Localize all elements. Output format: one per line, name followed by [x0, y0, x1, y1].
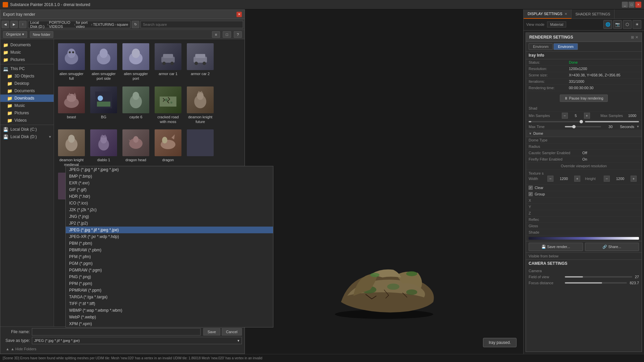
minimize-button[interactable]: _	[622, 2, 628, 8]
dropdown-item-png[interactable]: PNG (*.png)	[66, 274, 273, 280]
dropdown-item-exr[interactable]: EXR (*.exr)	[66, 180, 273, 186]
dropdown-item-jp2[interactable]: JP2 (*.jp2)	[66, 220, 273, 227]
height-increase[interactable]: +	[631, 176, 637, 182]
renderer-icon-btn-1[interactable]: ⊞	[631, 35, 634, 40]
up-button[interactable]: ↑	[19, 21, 26, 28]
dome-section-header[interactable]: ▼ Dome	[526, 130, 642, 137]
file-item-armor-car-1[interactable]: armor car 1	[153, 42, 183, 82]
sidebar-item-3dobjects[interactable]: 📁 3D Objects	[0, 72, 54, 80]
tab-close-icon[interactable]: ✕	[565, 12, 567, 16]
sidebar-item-videos[interactable]: 📁 Videos	[0, 117, 54, 124]
dropdown-item-tiff[interactable]: TIFF (*.tif *.tiff)	[66, 300, 273, 307]
dropdown-item-jng[interactable]: JNG (*.jng)	[66, 213, 273, 220]
renderer-tab-environment-2[interactable]: Environm	[553, 43, 578, 50]
sidebar-item-local-d[interactable]: 💾 Local Disk (D:) ▾	[0, 133, 54, 140]
search-input[interactable]	[141, 21, 243, 28]
save-button[interactable]: Save	[203, 328, 220, 336]
cancel-button[interactable]: Cancel	[222, 328, 242, 336]
renderer-tab-environment-1[interactable]: Environm	[529, 43, 553, 50]
close-window-button[interactable]: ✕	[635, 2, 641, 8]
file-item-cracked-road[interactable]: cracked road with moss	[153, 85, 183, 126]
file-item-alien-port-side[interactable]: alien smuggler port side	[89, 42, 118, 82]
file-item-beast[interactable]: beast	[57, 85, 86, 126]
share-button[interactable]: 🔗 Share...	[585, 243, 639, 251]
dropdown-item-ico[interactable]: ICO (*.ico)	[66, 200, 273, 206]
save-render-button[interactable]: 💾 Save render...	[529, 243, 583, 251]
dropdown-item-hdr[interactable]: HDR (*.hdr)	[66, 193, 273, 200]
dropdown-item-pfm[interactable]: PFM (*.pfm)	[66, 253, 273, 260]
refresh-button[interactable]: ↻	[132, 21, 139, 28]
dropdown-item-jpeg-xr[interactable]: JPEG-XR (*.jxr *.wdp *.hdp)	[66, 233, 273, 240]
color-slider[interactable]	[529, 237, 639, 240]
renderer-close-btn[interactable]: ✕	[635, 35, 638, 40]
dropdown-item-pbmraw[interactable]: PBMRAW (*.pbm)	[66, 247, 273, 253]
maximize-button[interactable]: □	[629, 2, 635, 8]
address-path[interactable]: Local Disk (D:) › PORTFOLIO VIDEOS › for…	[28, 21, 130, 28]
dropdown-item-gif[interactable]: GIF (*.gif)	[66, 186, 273, 193]
pause-iray-button[interactable]: ⏸ Pause Iray rendering	[560, 95, 607, 102]
seconds-dropdown-arrow[interactable]: ▾	[637, 124, 639, 129]
sun-view-icon[interactable]: ☀	[633, 20, 641, 29]
env-view-icon[interactable]: 🌐	[603, 20, 612, 29]
file-item-r3-1[interactable]	[185, 128, 215, 169]
sidebar-item-documents[interactable]: 📁 Documents	[0, 87, 54, 95]
dropdown-item-j2k[interactable]: J2K (*.j2k *.j2c)	[66, 206, 273, 213]
view-mode-value[interactable]: Material	[547, 21, 566, 27]
file-item-diablo1[interactable]: diablo 1	[89, 128, 118, 169]
sidebar-item-pictures[interactable]: 📁 Pictures	[0, 56, 54, 63]
file-item-armor-car-2[interactable]: armor car 2	[185, 42, 215, 82]
preview-toggle-button[interactable]: □	[223, 31, 231, 38]
dropdown-item-jpeg-top[interactable]: JPEG (*.jpg *.jif *.jpeg *.jpe)	[66, 166, 273, 173]
max-time-slider[interactable]	[565, 126, 601, 127]
dropdown-item-bmp[interactable]: BMP (*.bmp)	[66, 173, 273, 180]
samples-slider-thumb[interactable]	[580, 120, 583, 123]
dropdown-item-pbm[interactable]: PBM (*.pbm)	[66, 240, 273, 247]
dropdown-item-jpeg-selected[interactable]: JPEG (*.jpg *.jif *.jpeg *.jpe)	[66, 227, 273, 233]
dropdown-item-wbmp[interactable]: WBMP (*.wap *.wbmp *.wbm)	[66, 307, 273, 314]
forward-button[interactable]: ▶	[10, 21, 18, 28]
sidebar-item-downloads[interactable]: 📁 Downloads	[0, 95, 54, 102]
back-button[interactable]: ◀	[2, 21, 9, 28]
render-view-icon[interactable]: 📷	[613, 20, 622, 29]
dropdown-item-pgm[interactable]: PGM (*.pgm)	[66, 260, 273, 267]
dropdown-item-webp[interactable]: WebP (*.webp)	[66, 314, 273, 320]
tab-shader-settings[interactable]: SHADER SETTINGS	[572, 9, 615, 19]
file-item-dragon[interactable]: dragon	[153, 128, 183, 169]
file-item-deamon-medieval[interactable]: deamon knight medieval	[57, 128, 86, 169]
view-toggle-button[interactable]: ≡	[212, 31, 220, 38]
filename-input[interactable]	[32, 328, 201, 336]
sidebar-item-music[interactable]: 📁 Music	[0, 49, 54, 56]
tab-display-settings[interactable]: DISPLAY SETTINGS ✕	[524, 9, 572, 19]
dialog-close-button[interactable]: ✕	[236, 12, 242, 17]
dropdown-item-ppm[interactable]: PPM (*.ppm)	[66, 280, 273, 287]
sidebar-item-local-c[interactable]: 💾 Local Disk (C:)	[0, 126, 54, 133]
hide-folders-button[interactable]: ▲ ▲ Hide Folders	[6, 347, 36, 351]
max-time-thumb[interactable]	[572, 125, 576, 128]
height-decrease[interactable]: −	[604, 176, 610, 182]
organize-button[interactable]: Organize ▾	[3, 31, 27, 38]
file-item-cayde6[interactable]: cayde 6	[121, 85, 151, 126]
dropdown-item-xpm[interactable]: XPM (*.xpm)	[66, 320, 273, 327]
file-item-alien-port[interactable]: alien smuggler port	[121, 42, 151, 82]
sidebar-item-music2[interactable]: 📁 Music	[0, 102, 54, 109]
samples-slider-track-2[interactable]	[585, 121, 639, 122]
focus-slider[interactable]	[565, 282, 627, 284]
min-samples-increase[interactable]: +	[584, 113, 590, 119]
sidebar-item-this-pc[interactable]: 💻 This PC	[0, 65, 54, 72]
file-item-bg[interactable]: BG	[89, 85, 118, 126]
dropdown-item-targa[interactable]: TARGA (*.tga *.targa)	[66, 294, 273, 300]
samples-slider-track[interactable]	[529, 121, 583, 122]
iray-paused-button[interactable]: Iray paused.	[483, 338, 517, 347]
dropdown-item-pgmraw[interactable]: PGMRAW (*.pgm)	[66, 267, 273, 274]
group-checkbox[interactable]: ✓	[529, 192, 533, 196]
dropdown-item-ppmraw[interactable]: PPMRAW (*.ppm)	[66, 287, 273, 294]
material-view-icon[interactable]: ⬡	[623, 20, 632, 29]
sidebar-item-documents-root[interactable]: 📁 Documents	[0, 41, 54, 49]
savetype-display[interactable]: JPEG (*.jpg *.jif *.jpeg *.jpe) ▾	[32, 337, 242, 344]
width-increase[interactable]: +	[574, 176, 580, 182]
new-folder-button[interactable]: New folder	[30, 31, 54, 38]
file-item-alien-full[interactable]: alien smuggler full	[57, 42, 86, 82]
override-viewport-button[interactable]: Override viewport resolution	[526, 163, 642, 170]
sidebar-item-desktop[interactable]: 📁 Desktop	[0, 80, 54, 87]
width-decrease[interactable]: −	[547, 176, 553, 182]
